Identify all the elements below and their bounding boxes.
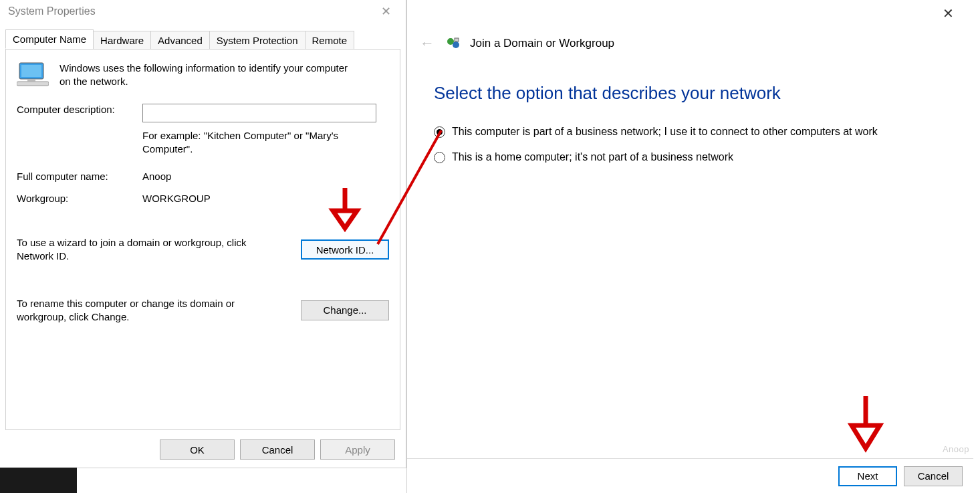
system-properties-dialog: System Properties ✕ Computer Name Hardwa…	[0, 0, 406, 468]
close-icon[interactable]: ✕	[935, 5, 961, 21]
svg-rect-6	[455, 38, 459, 41]
wizard-header: ← Join a Domain or Workgroup	[407, 0, 973, 52]
svg-rect-3	[27, 79, 35, 82]
svg-point-5	[453, 41, 459, 48]
network-icon	[446, 36, 461, 51]
radio-home-computer[interactable]: This is a home computer; it's not part o…	[434, 149, 915, 165]
tab-computer-name[interactable]: Computer Name	[5, 29, 94, 49]
tab-remote[interactable]: Remote	[305, 31, 355, 50]
cancel-button[interactable]: Cancel	[904, 466, 963, 486]
wizard-title: Join a Domain or Workgroup	[470, 37, 614, 50]
workgroup-label: Workgroup:	[17, 193, 142, 204]
svg-rect-1	[21, 65, 41, 77]
watermark-text: Anoop	[943, 444, 969, 454]
radio-label: This is a home computer; it's not part o…	[452, 149, 733, 165]
close-icon[interactable]: ✕	[372, 4, 399, 19]
tab-hardware[interactable]: Hardware	[93, 31, 151, 50]
network-id-desc: To use a wizard to join a domain or work…	[17, 236, 271, 264]
apply-button[interactable]: Apply	[320, 439, 395, 460]
radio-icon	[434, 126, 445, 138]
description-hint: For example: "Kitchen Computer" or "Mary…	[142, 129, 370, 157]
taskbar-strip	[0, 468, 406, 493]
svg-rect-2	[17, 82, 49, 86]
titlebar: System Properties ✕	[0, 0, 406, 23]
description-label: Computer description:	[17, 104, 142, 115]
change-button[interactable]: Change...	[301, 300, 389, 320]
next-button[interactable]: Next	[838, 466, 897, 486]
taskbar-dark-segment	[0, 468, 77, 493]
radio-icon	[434, 152, 445, 163]
join-domain-wizard: ✕ ← Join a Domain or Workgroup Select th…	[406, 0, 973, 493]
radio-group: This computer is part of a business netw…	[434, 124, 915, 165]
intro-text: Windows uses the following information t…	[59, 62, 354, 89]
workgroup-value: WORKGROUP	[142, 193, 211, 204]
fullname-value: Anoop	[142, 171, 171, 182]
radio-business-network[interactable]: This computer is part of a business netw…	[434, 124, 915, 140]
cancel-button[interactable]: Cancel	[240, 439, 315, 460]
wizard-footer: Next Cancel	[407, 458, 973, 493]
dialog-title: System Properties	[8, 5, 96, 17]
tab-strip: Computer Name Hardware Advanced System P…	[5, 29, 406, 49]
tab-system-protection[interactable]: System Protection	[209, 31, 305, 50]
description-input[interactable]	[142, 104, 376, 122]
fullname-label: Full computer name:	[17, 171, 142, 182]
network-id-button[interactable]: Network ID...	[301, 239, 389, 260]
radio-label: This computer is part of a business netw…	[452, 124, 878, 140]
back-icon[interactable]: ←	[418, 35, 437, 52]
dialog-buttons: OK Cancel Apply	[160, 439, 395, 460]
change-desc: To rename this computer or change its do…	[17, 297, 271, 324]
tab-body: Windows uses the following information t…	[5, 49, 400, 430]
wizard-heading: Select the option that describes your ne…	[434, 83, 973, 104]
ok-button[interactable]: OK	[160, 439, 235, 460]
tab-advanced[interactable]: Advanced	[150, 31, 210, 50]
computer-icon	[17, 62, 49, 88]
